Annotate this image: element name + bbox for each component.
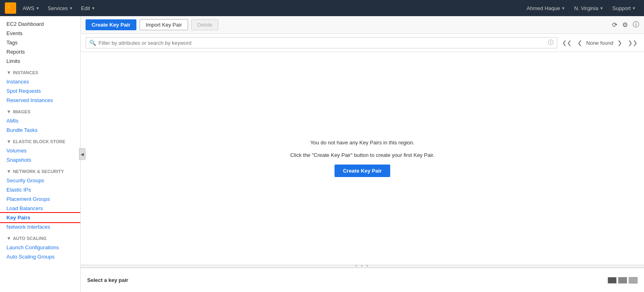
panel-view-icon-2[interactable] [618, 277, 627, 284]
main-content: Create Key Pair Import Key Pair Delete ⟳… [81, 16, 644, 292]
sidebar-top-links: EC2 Dashboard Events Tags Reports Limits [0, 16, 80, 66]
first-page-button[interactable]: ❮❮ [560, 39, 573, 47]
sidebar-item-network-interfaces[interactable]: Network Interfaces [0, 222, 80, 232]
settings-icon[interactable]: ⚙ [622, 21, 628, 29]
prev-page-button[interactable]: ❮ [576, 39, 584, 47]
sidebar-item-reserved-instances[interactable]: Reserved Instances [0, 96, 80, 105]
panel-view-icon-3[interactable] [629, 277, 638, 284]
bottom-panel-icons [608, 277, 638, 284]
search-input-wrap: 🔍 ⓘ [86, 37, 557, 48]
toolbar: Create Key Pair Import Key Pair Delete ⟳… [81, 16, 644, 34]
create-key-pair-button[interactable]: Create Key Pair [86, 19, 136, 30]
sidebar-item-launch-configurations[interactable]: Launch Configurations [0, 243, 80, 252]
region-menu[interactable]: N. Virginia ▼ [571, 4, 607, 13]
bottom-panel-title: Select a key pair [87, 277, 128, 283]
main-layout: EC2 Dashboard Events Tags Reports Limits… [0, 16, 644, 292]
ebs-collapse[interactable]: ▼ [6, 139, 11, 144]
sidebar-item-volumes[interactable]: Volumes [0, 146, 80, 155]
import-key-pair-button[interactable]: Import Key Pair [140, 19, 188, 30]
panel-view-icon-1[interactable] [608, 277, 617, 284]
bottom-panel: Select a key pair [81, 268, 644, 292]
search-input[interactable] [98, 40, 546, 46]
region-dropdown-arrow: ▼ [600, 6, 604, 10]
sidebar: EC2 Dashboard Events Tags Reports Limits… [0, 16, 81, 292]
instances-collapse[interactable]: ▼ [6, 70, 11, 75]
ebs-section-header: ▼ ELASTIC BLOCK STORE [0, 135, 80, 146]
sidebar-item-spot-requests[interactable]: Spot Requests [0, 86, 80, 96]
sidebar-item-placement-groups[interactable]: Placement Groups [0, 194, 80, 204]
network-section-header: ▼ NETWORK & SECURITY [0, 165, 80, 176]
sidebar-item-ec2-dashboard[interactable]: EC2 Dashboard [0, 19, 80, 29]
nav-right: Ahmed Haque ▼ N. Virginia ▼ Support ▼ [523, 4, 639, 13]
sidebar-item-instances[interactable]: Instances [0, 77, 80, 86]
refresh-icon[interactable]: ⟳ [612, 21, 617, 29]
empty-state-line2: Click the "Create Key Pair" button to cr… [290, 152, 435, 158]
sidebar-item-security-groups[interactable]: Security Groups [0, 176, 80, 185]
aws-dropdown-arrow: ▼ [36, 6, 40, 10]
user-dropdown-arrow: ▼ [561, 6, 565, 10]
auto-scaling-collapse[interactable]: ▼ [6, 236, 11, 241]
sidebar-item-events[interactable]: Events [0, 29, 80, 38]
sidebar-collapse-button[interactable]: ◀ [79, 148, 86, 160]
user-menu[interactable]: Ahmed Haque ▼ [523, 4, 569, 13]
next-page-button[interactable]: ❯ [616, 39, 624, 47]
top-navigation: 🔶 AWS ▼ Services ▼ Edit ▼ Ahmed Haque ▼ … [0, 0, 644, 16]
delete-button: Delete [191, 19, 219, 30]
resize-handle[interactable]: • • • [81, 265, 644, 268]
sidebar-item-load-balancers[interactable]: Load Balancers [0, 204, 80, 213]
sidebar-item-limits[interactable]: Limits [0, 56, 80, 66]
sidebar-item-tags[interactable]: Tags [0, 38, 80, 47]
sidebar-item-key-pairs[interactable]: Key Pairs [0, 213, 80, 222]
last-page-button[interactable]: ❯❯ [626, 39, 639, 47]
toolbar-icons: ⟳ ⚙ ⓘ [612, 21, 639, 29]
network-collapse[interactable]: ▼ [6, 169, 11, 174]
search-icon: 🔍 [89, 40, 96, 46]
content-area: You do not have any Key Pairs in this re… [81, 52, 644, 292]
support-menu[interactable]: Support ▼ [609, 4, 639, 13]
create-key-pair-center-button[interactable]: Create Key Pair [335, 165, 390, 177]
sidebar-item-bundle-tasks[interactable]: Bundle Tasks [0, 125, 80, 135]
search-bar-row: 🔍 ⓘ ❮❮ ❮ None found ❯ ❯❯ [81, 34, 644, 52]
pagination-text: None found [586, 40, 613, 46]
images-collapse[interactable]: ▼ [6, 109, 11, 115]
nav-left: 🔶 AWS ▼ Services ▼ Edit ▼ [5, 2, 98, 14]
sidebar-item-reports[interactable]: Reports [0, 47, 80, 56]
sidebar-item-snapshots[interactable]: Snapshots [0, 155, 80, 165]
sidebar-item-amis[interactable]: AMIs [0, 116, 80, 125]
images-section-header: ▼ IMAGES [0, 105, 80, 116]
instances-section-header: ▼ INSTANCES [0, 66, 80, 77]
sidebar-item-elastic-ips[interactable]: Elastic IPs [0, 185, 80, 194]
sidebar-item-auto-scaling-groups[interactable]: Auto Scaling Groups [0, 252, 80, 261]
auto-scaling-section-header: ▼ AUTO SCALING [0, 232, 80, 243]
empty-state-line1: You do not have any Key Pairs in this re… [310, 140, 414, 146]
aws-logo: 🔶 [5, 2, 16, 14]
empty-state: You do not have any Key Pairs in this re… [81, 52, 644, 265]
pagination: ❮❮ ❮ None found ❯ ❯❯ [560, 39, 639, 47]
edit-dropdown-arrow: ▼ [91, 6, 95, 10]
help-icon[interactable]: ⓘ [633, 21, 639, 29]
search-help-icon[interactable]: ⓘ [548, 39, 554, 46]
services-dropdown-arrow: ▼ [69, 6, 73, 10]
edit-menu[interactable]: Edit ▼ [78, 4, 98, 13]
services-menu[interactable]: Services ▼ [44, 4, 76, 13]
support-dropdown-arrow: ▼ [632, 6, 636, 10]
aws-menu[interactable]: AWS ▼ [19, 4, 43, 13]
